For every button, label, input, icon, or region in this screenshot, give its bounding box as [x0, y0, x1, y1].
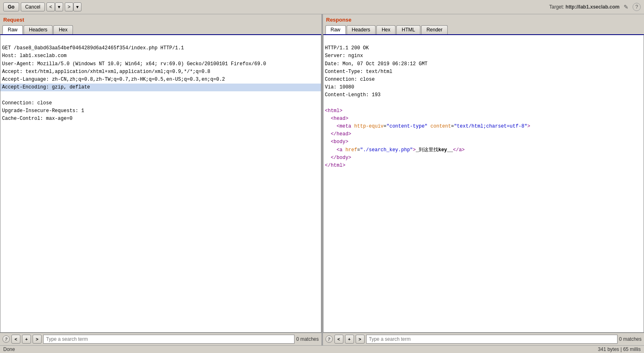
request-tab-bar: Raw Headers Hex — [0, 24, 321, 34]
request-panel: Request Raw Headers Hex GET /base8_0abd6… — [0, 14, 322, 345]
forward-button[interactable]: > — [65, 2, 73, 11]
request-content-area[interactable]: GET /base8_0abd63aa54bef0464289d6a42465f… — [0, 34, 321, 333]
request-panel-title: Request — [0, 14, 321, 24]
request-tab-raw[interactable]: Raw — [2, 25, 23, 34]
response-bottom-bar: ? < + > 0 matches — [323, 333, 644, 345]
status-text: Done — [3, 346, 15, 352]
response-search-input[interactable] — [366, 335, 618, 344]
response-panel-title: Response — [323, 14, 644, 24]
forward-dropdown-button[interactable]: ▾ — [73, 2, 81, 11]
response-matches-label: 0 matches — [619, 336, 642, 342]
response-content-area[interactable]: HTTP/1.1 200 OK Server: nginx Date: Mon,… — [323, 34, 644, 333]
request-search-help-icon[interactable]: ? — [2, 335, 10, 343]
back-button[interactable]: < — [46, 2, 55, 11]
response-search-help-icon[interactable]: ? — [325, 335, 333, 343]
response-tab-bar: Raw Headers Hex HTML Render — [323, 24, 644, 34]
response-tab-headers[interactable]: Headers — [347, 25, 376, 34]
response-tab-hex[interactable]: Hex — [376, 25, 396, 34]
response-panel: Response Raw Headers Hex HTML Render HTT… — [323, 14, 644, 345]
request-tab-hex[interactable]: Hex — [53, 25, 73, 34]
status-bar: Done 341 bytes | 65 millis — [0, 345, 644, 353]
response-tab-raw[interactable]: Raw — [325, 25, 346, 34]
target-label: Target: http://lab1.xseclab.com — [549, 4, 620, 10]
edit-target-button[interactable]: ✎ — [622, 3, 630, 11]
request-search-next-btn[interactable]: > — [33, 335, 42, 344]
toolbar: Go Cancel < ▾ > ▾ Target: http://lab1.xs… — [0, 0, 644, 14]
request-search-add-btn[interactable]: + — [22, 335, 31, 344]
response-search-prev-btn[interactable]: < — [334, 335, 343, 344]
toolbar-right: Target: http://lab1.xseclab.com ✎ ? — [549, 3, 641, 11]
highlighted-line: Accept-Encoding: gzip, deflate — [0, 84, 321, 91]
back-nav-group: < ▾ — [46, 2, 63, 11]
response-tab-html[interactable]: HTML — [396, 25, 420, 34]
request-search-input[interactable] — [43, 335, 295, 344]
request-search-prev-btn[interactable]: < — [11, 335, 20, 344]
request-bottom-bar: ? < + > 0 matches — [0, 333, 321, 345]
request-text: GET /base8_0abd63aa54bef0464289d6a42465f… — [2, 37, 319, 130]
toolbar-left: Go Cancel < ▾ > ▾ — [3, 2, 547, 11]
target-url: http://lab1.xseclab.com — [565, 4, 620, 10]
help-button[interactable]: ? — [633, 3, 641, 11]
response-search-next-btn[interactable]: > — [356, 335, 365, 344]
response-search-add-btn[interactable]: + — [345, 335, 354, 344]
main-content: Request Raw Headers Hex GET /base8_0abd6… — [0, 14, 644, 345]
go-button[interactable]: Go — [3, 2, 19, 11]
back-dropdown-button[interactable]: ▾ — [55, 2, 63, 11]
request-matches-label: 0 matches — [296, 336, 319, 342]
cancel-button[interactable]: Cancel — [21, 2, 45, 11]
response-tab-render[interactable]: Render — [421, 25, 448, 34]
status-info: 341 bytes | 65 millis — [598, 346, 641, 352]
response-text: HTTP/1.1 200 OK Server: nginx Date: Mon,… — [325, 37, 642, 177]
forward-nav-group: > ▾ — [65, 2, 81, 11]
request-tab-headers[interactable]: Headers — [24, 25, 53, 34]
